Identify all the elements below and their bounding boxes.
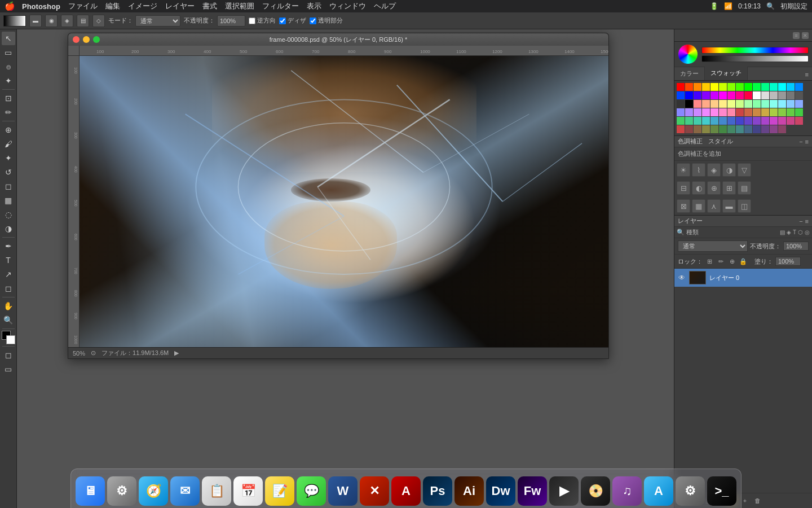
swatch-cell[interactable] <box>795 83 803 91</box>
dock-icon-acrobat[interactable]: A <box>391 476 421 506</box>
adj-invert-icon[interactable]: ⊠ <box>677 199 690 213</box>
swatch-cell[interactable] <box>753 125 761 133</box>
zoom-icon[interactable]: ⊙ <box>91 349 96 357</box>
dock-icon-fireworks[interactable]: Fw <box>518 476 547 506</box>
swatch-cell[interactable] <box>694 117 701 125</box>
swatch-cell[interactable] <box>778 125 786 133</box>
doc-maximize-btn[interactable] <box>93 36 100 43</box>
crop-tool[interactable]: ⊡ <box>2 91 15 105</box>
swatch-cell[interactable] <box>778 91 786 99</box>
swatch-cell[interactable] <box>677 91 685 99</box>
marquee-tool[interactable]: ▭ <box>2 46 15 59</box>
layer-panel-collapse[interactable]: − <box>799 218 802 225</box>
reverse-checkbox[interactable] <box>249 17 255 24</box>
adj-color-lookup-icon[interactable]: ▤ <box>738 181 751 195</box>
swatch-cell[interactable] <box>761 83 769 91</box>
dock-icon-illustrator[interactable]: Ai <box>454 476 484 506</box>
layer-filter-smart[interactable]: ◎ <box>805 229 810 235</box>
layer-filter-icon[interactable]: 🔍 <box>677 229 685 236</box>
swatch-cell[interactable] <box>770 91 778 99</box>
menubar-layer[interactable]: レイヤー <box>165 1 195 11</box>
brush-tool[interactable]: 🖌 <box>2 137 15 151</box>
adj-threshold-icon[interactable]: ⋏ <box>707 199 721 213</box>
shape-tool[interactable]: ◻ <box>2 282 15 295</box>
dock-icon-dreamweaver[interactable]: Dw <box>486 476 515 506</box>
layer-item-0[interactable]: 👁 レイヤー 0 <box>674 269 812 287</box>
move-tool[interactable]: ↖ <box>2 32 15 45</box>
swatch-cell[interactable] <box>778 83 786 91</box>
menubar-select[interactable]: 選択範囲 <box>225 1 254 11</box>
swatch-cell[interactable] <box>744 100 752 108</box>
lock-all-icon[interactable]: 🔒 <box>739 257 748 266</box>
panel-menu-btn[interactable]: ≡ <box>802 69 812 80</box>
swatch-cell[interactable] <box>787 108 795 116</box>
swatch-cell[interactable] <box>694 91 701 99</box>
path-select-tool[interactable]: ↗ <box>2 268 15 281</box>
swatch-cell[interactable] <box>710 91 718 99</box>
apple-menu[interactable]: 🍎 <box>5 1 15 11</box>
tab-swatches[interactable]: スウォッチ <box>705 67 748 80</box>
adj-bw-icon[interactable]: ◐ <box>692 181 705 195</box>
eraser-tool[interactable]: ◻ <box>2 179 15 193</box>
swatch-cell[interactable] <box>778 117 786 125</box>
swatch-cell[interactable] <box>685 125 693 133</box>
dock-icon-system-pref2[interactable]: ⚙ <box>676 476 705 506</box>
swatch-cell[interactable] <box>694 108 701 116</box>
swatch-cell[interactable] <box>727 108 735 116</box>
swatch-cell[interactable] <box>727 125 735 133</box>
doc-minimize-btn[interactable] <box>83 36 90 43</box>
dock-icon-final-cut[interactable]: ▶ <box>549 476 579 506</box>
ps-canvas-area[interactable]: frame-000008.psd @ 50% (レイヤー 0, RGB/16) … <box>17 29 674 508</box>
dock-icon-mail[interactable]: ✉ <box>170 476 200 506</box>
reverse-checkbox-label[interactable]: 逆方向 <box>249 16 276 25</box>
swatch-cell[interactable] <box>787 83 795 91</box>
swatch-cell[interactable] <box>753 83 761 91</box>
color-spectrum-bar[interactable] <box>701 47 809 54</box>
adj-gradient-map-icon[interactable]: ▬ <box>722 199 736 213</box>
swatch-cell[interactable] <box>744 91 752 99</box>
dock-icon-calendar[interactable]: 📅 <box>233 476 263 506</box>
dock-icon-messages[interactable]: 💬 <box>297 476 326 506</box>
screen-mode-btn[interactable]: ▭ <box>2 362 15 376</box>
swatch-cell[interactable] <box>694 83 701 91</box>
dock-icon-notes[interactable]: 📝 <box>265 476 294 506</box>
adj-curves-icon[interactable]: ⌇ <box>692 163 705 177</box>
swatch-cell[interactable] <box>727 91 735 99</box>
swatch-cell[interactable] <box>727 117 735 125</box>
swatch-cell[interactable] <box>753 117 761 125</box>
layer-delete-btn[interactable]: 🗑 <box>752 496 762 506</box>
swatch-cell[interactable] <box>736 108 744 116</box>
dock-icon-itunes[interactable]: ♫ <box>612 476 642 506</box>
adj-exposure-icon[interactable]: ◈ <box>707 163 721 177</box>
swatch-cell[interactable] <box>795 117 803 125</box>
adj-color-balance-icon[interactable]: ⊟ <box>677 181 690 195</box>
swatch-cell[interactable] <box>702 125 710 133</box>
swatch-cell[interactable] <box>736 83 744 91</box>
tab-color[interactable]: カラー <box>674 67 705 80</box>
swatch-cell[interactable] <box>795 108 803 116</box>
swatch-cell[interactable] <box>694 125 701 133</box>
swatch-cell[interactable] <box>761 108 769 116</box>
swatch-cell[interactable] <box>736 100 744 108</box>
layer-visibility-icon[interactable]: 👁 <box>678 274 686 282</box>
transparency-checkbox[interactable] <box>310 17 316 24</box>
dock-icon-contacts[interactable]: 📋 <box>202 476 231 506</box>
lock-paint-icon[interactable]: ✏ <box>716 257 725 266</box>
dock-icon-crossover[interactable]: ✕ <box>360 476 389 506</box>
swatch-cell[interactable] <box>702 91 710 99</box>
gradient-swatch[interactable] <box>3 15 26 27</box>
menubar-edit[interactable]: 編集 <box>105 1 120 11</box>
swatch-cell[interactable] <box>694 100 701 108</box>
dock-icon-appstore[interactable]: A <box>644 476 673 506</box>
menubar-view[interactable]: 表示 <box>307 1 321 11</box>
reflected-gradient-btn[interactable]: ▤ <box>77 15 89 27</box>
diamond-gradient-btn[interactable]: ◇ <box>92 15 105 27</box>
menubar-filter[interactable]: フィルター <box>262 1 299 11</box>
swatch-cell[interactable] <box>795 91 803 99</box>
layer-fill-input[interactable] <box>775 257 801 266</box>
swatch-cell[interactable] <box>685 117 693 125</box>
adj-photo-filter-icon[interactable]: ⊕ <box>707 181 721 195</box>
swatch-cell[interactable] <box>727 100 735 108</box>
background-color[interactable] <box>6 335 15 344</box>
lock-move-icon[interactable]: ⊕ <box>727 257 736 266</box>
